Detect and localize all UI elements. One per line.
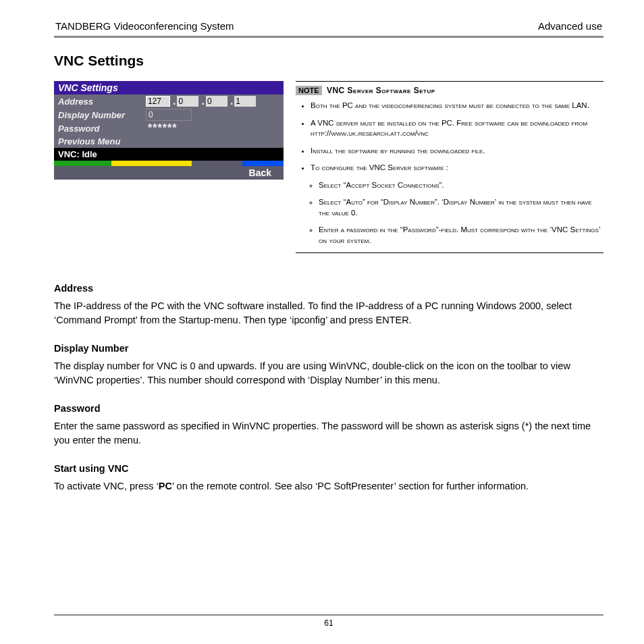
note-bullet: A VNC server must be installed on the PC…	[311, 118, 603, 139]
previous-menu[interactable]: Previous Menu	[54, 135, 284, 148]
note-sub-bullet: Select “Auto” for “Display Number”. ‘Dis…	[319, 197, 603, 218]
address-label: Address	[54, 97, 146, 107]
note-box: NOTE VNC Server Software Setup Both the …	[296, 81, 603, 253]
password-row[interactable]: Password ******	[54, 122, 284, 135]
vnc-settings-panel: VNC Settings Address 127. 0. 0. 1 Displa…	[54, 81, 284, 180]
page-title: VNC Settings	[54, 53, 603, 69]
header-divider	[54, 36, 603, 38]
footer-divider	[54, 614, 603, 616]
display-number-row[interactable]: Display Number 0	[54, 108, 284, 122]
note-bullet: Both the PC and the videoconferencing sy…	[311, 101, 603, 111]
section-heading-password: Password	[54, 402, 603, 415]
note-bullet: To configure the VNC Server software :	[311, 163, 603, 173]
color-bar	[54, 161, 284, 166]
note-title: VNC Server Software Setup	[327, 86, 435, 95]
header-right: Advanced use	[538, 20, 602, 32]
password-value[interactable]: ******	[146, 123, 217, 134]
display-number-label: Display Number	[54, 110, 146, 120]
page-number: 61	[54, 618, 603, 628]
back-button[interactable]: Back	[244, 166, 284, 180]
section-heading-start-using-vnc: Start using VNC	[54, 462, 603, 475]
section-text: Enter the same password as specified in …	[54, 419, 603, 447]
section-heading-address: Address	[54, 281, 603, 295]
display-number-value[interactable]: 0	[146, 109, 192, 121]
section-text: The IP-address of the PC with the VNC so…	[54, 299, 603, 327]
body-sections: Address The IP-address of the PC with th…	[54, 281, 603, 493]
header-left: TANDBERG Videoconferencing System	[55, 20, 234, 32]
note-sub-bullet: Enter a password in the “Password”-field…	[319, 225, 603, 246]
note-sub-bullet: Select “Accept Socket Connections”.	[319, 180, 603, 191]
section-heading-display-number: Display Number	[54, 342, 603, 355]
password-label: Password	[54, 124, 146, 134]
vnc-status: VNC: Idle	[54, 148, 284, 161]
panel-title: VNC Settings	[54, 81, 284, 95]
ip-octet-1[interactable]: 127	[146, 96, 170, 107]
address-row[interactable]: Address 127. 0. 0. 1	[54, 95, 284, 108]
ip-octet-2[interactable]: 0	[177, 96, 198, 107]
note-badge: NOTE	[296, 86, 322, 95]
ip-octet-3[interactable]: 0	[206, 96, 227, 107]
section-text: The display number for VNC is 0 and upwa…	[54, 359, 603, 387]
note-bullet: Install the software by running the down…	[311, 146, 603, 157]
section-text: To activate VNC, press ‘PC’ on the remot…	[54, 479, 603, 493]
ip-octet-4[interactable]: 1	[234, 96, 256, 107]
